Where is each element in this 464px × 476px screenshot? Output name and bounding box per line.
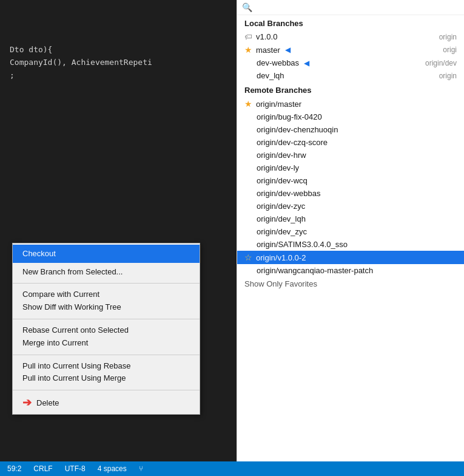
branch-name: origin/v1.0.0-2: [256, 253, 306, 262]
branch-item-origin-dev-zyc[interactable]: origin/dev-zyc: [237, 200, 464, 212]
star-empty-icon: ☆: [244, 253, 252, 262]
branch-origin: origin: [439, 72, 457, 80]
status-bar: 59:2 CRLF UTF-8 4 spaces ⑂: [0, 461, 464, 476]
branch-name: origin/dev-chenzhuoqin: [257, 125, 338, 134]
branch-item-origin-dev-webbas[interactable]: origin/dev-webbas: [237, 187, 464, 200]
context-menu: Checkout New Branch from Selected... Com…: [12, 243, 200, 415]
menu-divider-4: [13, 390, 200, 390]
branch-name: origin/dev-ly: [257, 163, 299, 172]
branch-item-origin-dev-czq-score[interactable]: origin/dev-czq-score: [237, 136, 464, 149]
code-line-4: Dto dto){: [10, 44, 227, 56]
branch-item-origin-dev-wcq[interactable]: origin/dev-wcq: [237, 174, 464, 187]
git-branch-icon: ⑂: [139, 464, 143, 473]
branch-name: origin/dev_zyc: [257, 227, 307, 236]
track-icon: ◀: [285, 46, 291, 54]
branch-name: origin/dev-zyc: [257, 202, 305, 211]
code-line-3: [10, 32, 227, 44]
show-only-favorites[interactable]: Show Only Favorites: [237, 277, 464, 291]
track-icon: ◀: [304, 59, 309, 67]
delete-arrow-icon: ➔: [22, 396, 32, 409]
code-line-1: [10, 6, 227, 19]
branch-panel: 🔍 Local Branches 🏷 v1.0.0 origin ★ maste…: [237, 0, 464, 476]
star-icon: ★: [244, 45, 252, 55]
tag-icon: 🏷: [244, 32, 252, 41]
branch-item-dev-webbas[interactable]: dev-webbas ◀ origin/dev: [237, 56, 464, 69]
branch-name: origin/bug-fix-0420: [257, 112, 322, 121]
branch-name: v1.0.0: [256, 32, 277, 41]
status-indent: 4 spaces: [98, 464, 127, 473]
menu-item-pull[interactable]: Pull into Current Using Rebase Pull into…: [13, 357, 200, 389]
branch-item-origin-wangcanqiao[interactable]: origin/wangcanqiao-master-patch: [237, 264, 464, 277]
menu-divider-1: [13, 283, 200, 284]
branch-name: origin/dev-webbas: [257, 189, 321, 198]
branch-name: origin/SATIMS3.0.4.0_sso: [257, 240, 348, 249]
branch-name: dev_lqh: [257, 71, 284, 80]
search-icon: 🔍: [242, 2, 252, 12]
branch-origin: origi: [443, 46, 457, 54]
star-icon: ★: [244, 99, 252, 109]
branch-item-origin-dev-ly[interactable]: origin/dev-ly: [237, 162, 464, 174]
branch-name: origin/dev-wcq: [257, 176, 308, 185]
branch-name: master: [256, 46, 280, 55]
code-line-2: [10, 19, 227, 32]
branch-item-v1.0.0[interactable]: 🏷 v1.0.0 origin: [237, 30, 464, 43]
branch-origin: origin: [439, 33, 457, 41]
menu-divider-2: [13, 319, 200, 319]
status-encoding: UTF-8: [65, 464, 86, 473]
status-line-ending: CRLF: [33, 464, 52, 473]
local-branches-header: Local Branches: [237, 15, 464, 30]
branch-item-origin-dev-zyc2[interactable]: origin/dev_zyc: [237, 225, 464, 238]
branch-item-origin-bug-fix-0420[interactable]: origin/bug-fix-0420: [237, 110, 464, 123]
branch-name: origin/dev-czq-score: [257, 138, 328, 147]
branch-name: origin/dev-hrw: [257, 151, 306, 160]
code-line-6: ;: [10, 69, 227, 82]
code-line-5: CompanyId(), AchievementRepeti: [10, 56, 227, 69]
remote-branches-header: Remote Branches: [237, 82, 464, 97]
branch-item-origin-v1.0.0-2[interactable]: ☆ origin/v1.0.0-2: [237, 251, 464, 264]
menu-item-checkout[interactable]: Checkout: [13, 245, 200, 263]
branch-name: dev-webbas: [257, 58, 299, 67]
branch-search-bar: 🔍: [237, 0, 464, 15]
branch-name: origin/wangcanqiao-master-patch: [257, 266, 373, 275]
branch-name: origin/master: [256, 100, 301, 109]
branch-item-master[interactable]: ★ master ◀ origi: [237, 43, 464, 56]
branch-origin: origin/dev: [425, 59, 457, 67]
branch-item-origin-dev-chenzhuoqin[interactable]: origin/dev-chenzhuoqin: [237, 123, 464, 136]
branch-item-origin-satims[interactable]: origin/SATIMS3.0.4.0_sso: [237, 238, 464, 251]
menu-item-new-branch[interactable]: New Branch from Selected...: [13, 263, 200, 281]
branch-item-origin-dev-hrw[interactable]: origin/dev-hrw: [237, 149, 464, 162]
menu-item-compare[interactable]: Compare with Current Show Diff with Work…: [13, 285, 200, 317]
branch-item-origin-dev-lqh[interactable]: origin/dev_lqh: [237, 212, 464, 225]
menu-item-delete[interactable]: ➔ Delete: [13, 392, 200, 413]
branch-item-origin-master[interactable]: ★ origin/master: [237, 97, 464, 110]
status-position: 59:2: [7, 464, 21, 473]
menu-divider-3: [13, 355, 200, 355]
menu-item-rebase-merge[interactable]: Rebase Current onto Selected Merge into …: [13, 321, 200, 353]
branch-item-dev-lqh[interactable]: dev_lqh origin: [237, 69, 464, 82]
branch-name: origin/dev_lqh: [257, 214, 306, 223]
